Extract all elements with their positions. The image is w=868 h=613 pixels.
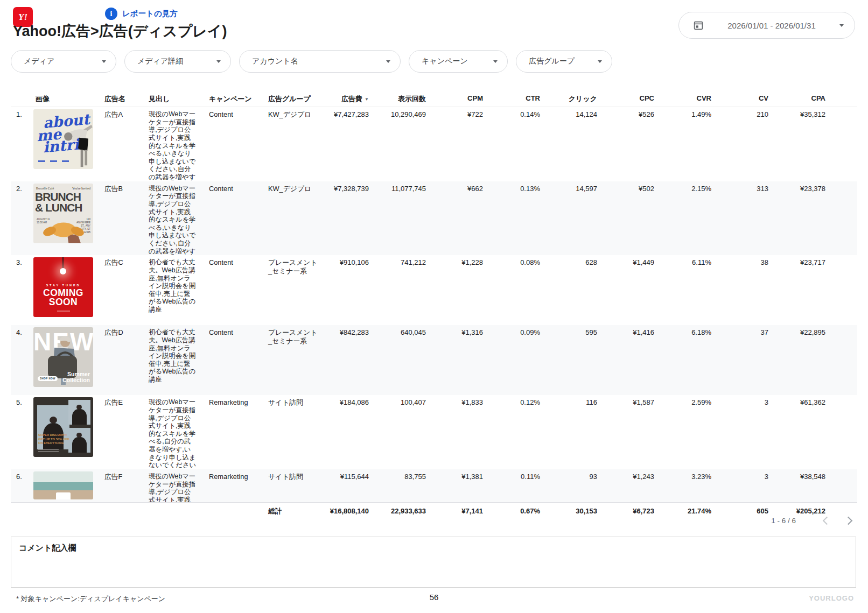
ad-name: 広告E	[100, 395, 144, 469]
filter-bar: メディア メディア詳細 アカウント名 キャンペーン 広告グループ	[11, 50, 612, 73]
filter-label: アカウント名	[252, 57, 298, 66]
ad-headline: 初心者でも大丈夫。Web広告講座,無料オンライン説明会を開催中,売上に繋がるWe…	[144, 325, 205, 395]
metric-value: 10,290,469	[369, 107, 426, 181]
info-icon: i	[105, 8, 117, 20]
total-metric-value: 0.67%	[483, 503, 540, 519]
page-title: Yahoo!広告>広告(ディスプレイ)	[13, 22, 227, 41]
metric-value: 2.15%	[654, 181, 711, 256]
ad-name: 広告A	[100, 107, 144, 181]
previous-page-button[interactable]	[820, 513, 834, 527]
metric-value: 38	[711, 255, 768, 325]
metric-value: ¥35,312	[768, 107, 825, 181]
ad-image-cell	[31, 469, 100, 502]
metric-value: 0.08%	[483, 255, 540, 325]
comment-box[interactable]: コメント記入欄	[11, 537, 856, 588]
column-header-6[interactable]: 表示回数	[369, 90, 426, 107]
metric-value: 313	[711, 181, 768, 256]
chevron-down-icon	[216, 60, 221, 63]
metric-value: 116	[540, 395, 597, 469]
column-header-8[interactable]: CTR	[483, 90, 540, 107]
row-number: 4.	[11, 325, 31, 395]
column-header-1[interactable]: 広告名	[100, 90, 144, 107]
yahoo-logo-text: Y!	[18, 12, 27, 23]
sort-desc-icon: ▼	[365, 97, 369, 102]
pagination-range: 1 - 6 / 6	[771, 517, 796, 525]
ad-group: サイト訪問	[264, 469, 322, 502]
filter-label: メディア	[24, 57, 54, 66]
date-range-picker[interactable]: 2026/01/01 - 2026/01/31	[678, 12, 855, 39]
ad-image-cell: aboutmeintri	[31, 107, 100, 181]
campaign: Remarketing	[205, 469, 264, 502]
lamp-cord	[62, 257, 64, 268]
table-row: 4. NEW SHOP NOW SummerCollection 広告D初心者で…	[11, 325, 857, 395]
metric-value: 628	[540, 255, 597, 325]
metric-value: 6.18%	[654, 325, 711, 395]
table-row: 5. SUPER DISCOUNT:GET UP TO 50% OFFON EV…	[11, 395, 857, 469]
metric-value: ¥23,717	[768, 255, 825, 325]
metric-value: ¥526	[597, 107, 654, 181]
report-help[interactable]: i レポートの見方	[105, 8, 178, 20]
ad-group: プレースメント_セミナー系	[264, 325, 322, 395]
column-header-0[interactable]: 画像	[31, 90, 100, 107]
ads-table: 画像広告名見出しキャンペーン広告グループ広告費▼表示回数CPMCTRクリックCP…	[11, 90, 857, 519]
ad-image-brunch: Borcelle CaféYou're Invited BRUNCH& LUNC…	[33, 184, 93, 243]
table-row: 2. Borcelle CaféYou're Invited BRUNCH& L…	[11, 181, 857, 256]
ad-group: サイト訪問	[264, 395, 322, 469]
metric-value: ¥61,362	[768, 395, 825, 469]
column-header-13[interactable]: CPA	[768, 90, 825, 107]
metric-value: ¥722	[426, 107, 483, 181]
ad-name: 広告D	[100, 325, 144, 395]
ad-headline: 現役のWebマーケターが直接指導,デジプロ公式サイト,実践的なスキルを学べる,い…	[144, 181, 205, 256]
ad-brand: Borcelle Café	[36, 187, 54, 191]
filter-3[interactable]: キャンペーン	[409, 50, 508, 73]
filter-4[interactable]: 広告グループ	[516, 50, 612, 73]
column-header-11[interactable]: CVR	[654, 90, 711, 107]
metric-value: 6.11%	[654, 255, 711, 325]
metric-value: ¥662	[426, 181, 483, 256]
column-header-3[interactable]: キャンペーン	[205, 90, 264, 107]
column-header-5[interactable]: 広告費▼	[322, 90, 369, 107]
chevron-right-icon	[844, 516, 852, 525]
column-header-10[interactable]: CPC	[597, 90, 654, 107]
column-header-2[interactable]: 見出し	[144, 90, 205, 107]
report-guide-link[interactable]: レポートの見方	[122, 9, 178, 19]
metric-value: 0.11%	[483, 469, 540, 502]
ad-title: COMINGSOON	[33, 288, 93, 306]
campaign: Content	[205, 255, 264, 325]
date-range-value: 2026/01/01 - 2026/01/31	[704, 21, 839, 30]
metric-value: 0.12%	[483, 395, 540, 469]
ad-image-cell: Borcelle CaféYou're Invited BRUNCH& LUNC…	[31, 181, 100, 256]
ad-image-coming-soon: STAY TUNED COMINGSOON	[33, 257, 93, 317]
metric-value: ¥23,378	[768, 181, 825, 256]
filter-2[interactable]: アカウント名	[239, 50, 401, 73]
shop-now-badge: SHOP NOW	[38, 376, 58, 381]
column-header-9[interactable]: クリック	[540, 90, 597, 107]
metric-value: ¥1,243	[597, 469, 654, 502]
metric-value: ¥1,587	[597, 395, 654, 469]
metric-value: ¥910,106	[322, 255, 369, 325]
chevron-left-icon	[822, 516, 831, 525]
ad-image-about-me: aboutmeintri	[33, 109, 93, 169]
ad-subtext	[38, 448, 59, 452]
metric-value: 3	[711, 395, 768, 469]
campaign: Content	[205, 181, 264, 256]
next-page-button[interactable]	[841, 513, 855, 527]
metric-value: ¥1,833	[426, 395, 483, 469]
ad-headline: 現役のWebマーケターが直接指導,デジプロ公式サイト,実践的なスキルを学べる,自…	[144, 469, 205, 502]
metric-value: ¥1,381	[426, 469, 483, 502]
ad-name: 広告C	[100, 255, 144, 325]
metric-value: 0.13%	[483, 181, 540, 256]
metric-value: 741,212	[369, 255, 426, 325]
metric-value: 0.14%	[483, 107, 540, 181]
ad-title: BRUNCH& LUNCH	[33, 191, 93, 213]
filter-1[interactable]: メディア詳細	[124, 50, 231, 73]
table-total-row: 総計¥16,808,14022,933,633¥7,1410.67%30,153…	[11, 502, 857, 519]
column-header-12[interactable]: CV	[711, 90, 768, 107]
ad-footer-marks	[38, 156, 74, 164]
column-header-4[interactable]: 広告グループ	[264, 90, 322, 107]
row-number: 2.	[11, 181, 31, 256]
campaign: Content	[205, 107, 264, 181]
filter-0[interactable]: メディア	[11, 50, 116, 73]
corner-cell	[11, 90, 31, 107]
column-header-7[interactable]: CPM	[426, 90, 483, 107]
